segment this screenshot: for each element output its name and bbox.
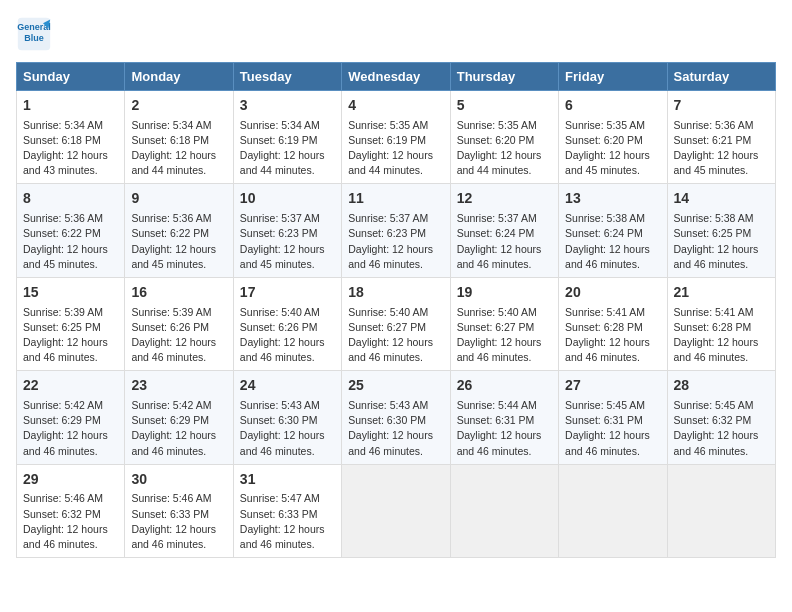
day-info: Sunrise: 5:44 AM Sunset: 6:31 PM Dayligh…: [457, 398, 552, 459]
calendar-cell: 12Sunrise: 5:37 AM Sunset: 6:24 PM Dayli…: [450, 184, 558, 277]
calendar-cell: [667, 464, 775, 557]
day-info: Sunrise: 5:35 AM Sunset: 6:20 PM Dayligh…: [457, 118, 552, 179]
header-tuesday: Tuesday: [233, 63, 341, 91]
calendar-cell: 30Sunrise: 5:46 AM Sunset: 6:33 PM Dayli…: [125, 464, 233, 557]
day-info: Sunrise: 5:45 AM Sunset: 6:31 PM Dayligh…: [565, 398, 660, 459]
day-info: Sunrise: 5:36 AM Sunset: 6:22 PM Dayligh…: [131, 211, 226, 272]
day-info: Sunrise: 5:37 AM Sunset: 6:24 PM Dayligh…: [457, 211, 552, 272]
calendar-cell: 28Sunrise: 5:45 AM Sunset: 6:32 PM Dayli…: [667, 371, 775, 464]
calendar-cell: 19Sunrise: 5:40 AM Sunset: 6:27 PM Dayli…: [450, 277, 558, 370]
week-row-5: 29Sunrise: 5:46 AM Sunset: 6:32 PM Dayli…: [17, 464, 776, 557]
day-number: 12: [457, 189, 552, 209]
day-number: 31: [240, 470, 335, 490]
day-number: 17: [240, 283, 335, 303]
day-number: 23: [131, 376, 226, 396]
day-info: Sunrise: 5:41 AM Sunset: 6:28 PM Dayligh…: [674, 305, 769, 366]
calendar-table: SundayMondayTuesdayWednesdayThursdayFrid…: [16, 62, 776, 558]
day-number: 2: [131, 96, 226, 116]
calendar-cell: 15Sunrise: 5:39 AM Sunset: 6:25 PM Dayli…: [17, 277, 125, 370]
day-number: 5: [457, 96, 552, 116]
day-info: Sunrise: 5:43 AM Sunset: 6:30 PM Dayligh…: [240, 398, 335, 459]
calendar-cell: 24Sunrise: 5:43 AM Sunset: 6:30 PM Dayli…: [233, 371, 341, 464]
calendar-cell: 14Sunrise: 5:38 AM Sunset: 6:25 PM Dayli…: [667, 184, 775, 277]
logo-icon: General Blue: [16, 16, 52, 52]
day-number: 30: [131, 470, 226, 490]
day-info: Sunrise: 5:37 AM Sunset: 6:23 PM Dayligh…: [240, 211, 335, 272]
header-sunday: Sunday: [17, 63, 125, 91]
calendar-cell: 23Sunrise: 5:42 AM Sunset: 6:29 PM Dayli…: [125, 371, 233, 464]
day-number: 21: [674, 283, 769, 303]
calendar-cell: [450, 464, 558, 557]
day-info: Sunrise: 5:40 AM Sunset: 6:26 PM Dayligh…: [240, 305, 335, 366]
header-row: SundayMondayTuesdayWednesdayThursdayFrid…: [17, 63, 776, 91]
calendar-cell: 6Sunrise: 5:35 AM Sunset: 6:20 PM Daylig…: [559, 91, 667, 184]
day-number: 10: [240, 189, 335, 209]
day-info: Sunrise: 5:40 AM Sunset: 6:27 PM Dayligh…: [457, 305, 552, 366]
week-row-3: 15Sunrise: 5:39 AM Sunset: 6:25 PM Dayli…: [17, 277, 776, 370]
day-number: 16: [131, 283, 226, 303]
day-info: Sunrise: 5:35 AM Sunset: 6:19 PM Dayligh…: [348, 118, 443, 179]
day-number: 9: [131, 189, 226, 209]
calendar-cell: 3Sunrise: 5:34 AM Sunset: 6:19 PM Daylig…: [233, 91, 341, 184]
day-info: Sunrise: 5:38 AM Sunset: 6:24 PM Dayligh…: [565, 211, 660, 272]
logo: General Blue: [16, 16, 56, 52]
calendar-cell: 17Sunrise: 5:40 AM Sunset: 6:26 PM Dayli…: [233, 277, 341, 370]
day-number: 26: [457, 376, 552, 396]
page-header: General Blue: [16, 16, 776, 52]
calendar-cell: [559, 464, 667, 557]
week-row-2: 8Sunrise: 5:36 AM Sunset: 6:22 PM Daylig…: [17, 184, 776, 277]
day-number: 1: [23, 96, 118, 116]
calendar-cell: 11Sunrise: 5:37 AM Sunset: 6:23 PM Dayli…: [342, 184, 450, 277]
day-number: 6: [565, 96, 660, 116]
day-number: 20: [565, 283, 660, 303]
week-row-1: 1Sunrise: 5:34 AM Sunset: 6:18 PM Daylig…: [17, 91, 776, 184]
day-number: 24: [240, 376, 335, 396]
day-number: 18: [348, 283, 443, 303]
day-number: 3: [240, 96, 335, 116]
header-saturday: Saturday: [667, 63, 775, 91]
day-info: Sunrise: 5:34 AM Sunset: 6:19 PM Dayligh…: [240, 118, 335, 179]
calendar-cell: 31Sunrise: 5:47 AM Sunset: 6:33 PM Dayli…: [233, 464, 341, 557]
day-info: Sunrise: 5:34 AM Sunset: 6:18 PM Dayligh…: [131, 118, 226, 179]
day-info: Sunrise: 5:46 AM Sunset: 6:33 PM Dayligh…: [131, 491, 226, 552]
day-info: Sunrise: 5:34 AM Sunset: 6:18 PM Dayligh…: [23, 118, 118, 179]
header-friday: Friday: [559, 63, 667, 91]
calendar-cell: 27Sunrise: 5:45 AM Sunset: 6:31 PM Dayli…: [559, 371, 667, 464]
day-info: Sunrise: 5:43 AM Sunset: 6:30 PM Dayligh…: [348, 398, 443, 459]
header-wednesday: Wednesday: [342, 63, 450, 91]
calendar-cell: 21Sunrise: 5:41 AM Sunset: 6:28 PM Dayli…: [667, 277, 775, 370]
day-number: 15: [23, 283, 118, 303]
calendar-header: SundayMondayTuesdayWednesdayThursdayFrid…: [17, 63, 776, 91]
day-number: 27: [565, 376, 660, 396]
calendar-cell: 1Sunrise: 5:34 AM Sunset: 6:18 PM Daylig…: [17, 91, 125, 184]
day-info: Sunrise: 5:40 AM Sunset: 6:27 PM Dayligh…: [348, 305, 443, 366]
day-info: Sunrise: 5:42 AM Sunset: 6:29 PM Dayligh…: [23, 398, 118, 459]
calendar-cell: 2Sunrise: 5:34 AM Sunset: 6:18 PM Daylig…: [125, 91, 233, 184]
day-number: 25: [348, 376, 443, 396]
calendar-cell: [342, 464, 450, 557]
calendar-cell: 8Sunrise: 5:36 AM Sunset: 6:22 PM Daylig…: [17, 184, 125, 277]
day-info: Sunrise: 5:36 AM Sunset: 6:22 PM Dayligh…: [23, 211, 118, 272]
calendar-cell: 13Sunrise: 5:38 AM Sunset: 6:24 PM Dayli…: [559, 184, 667, 277]
day-number: 22: [23, 376, 118, 396]
day-number: 13: [565, 189, 660, 209]
day-info: Sunrise: 5:46 AM Sunset: 6:32 PM Dayligh…: [23, 491, 118, 552]
header-monday: Monday: [125, 63, 233, 91]
calendar-cell: 22Sunrise: 5:42 AM Sunset: 6:29 PM Dayli…: [17, 371, 125, 464]
day-number: 19: [457, 283, 552, 303]
day-number: 29: [23, 470, 118, 490]
day-info: Sunrise: 5:39 AM Sunset: 6:26 PM Dayligh…: [131, 305, 226, 366]
day-info: Sunrise: 5:41 AM Sunset: 6:28 PM Dayligh…: [565, 305, 660, 366]
calendar-cell: 7Sunrise: 5:36 AM Sunset: 6:21 PM Daylig…: [667, 91, 775, 184]
calendar-cell: 9Sunrise: 5:36 AM Sunset: 6:22 PM Daylig…: [125, 184, 233, 277]
calendar-cell: 10Sunrise: 5:37 AM Sunset: 6:23 PM Dayli…: [233, 184, 341, 277]
day-info: Sunrise: 5:39 AM Sunset: 6:25 PM Dayligh…: [23, 305, 118, 366]
calendar-cell: 29Sunrise: 5:46 AM Sunset: 6:32 PM Dayli…: [17, 464, 125, 557]
calendar-cell: 5Sunrise: 5:35 AM Sunset: 6:20 PM Daylig…: [450, 91, 558, 184]
day-number: 7: [674, 96, 769, 116]
svg-text:Blue: Blue: [24, 33, 44, 43]
day-info: Sunrise: 5:47 AM Sunset: 6:33 PM Dayligh…: [240, 491, 335, 552]
day-number: 8: [23, 189, 118, 209]
day-info: Sunrise: 5:37 AM Sunset: 6:23 PM Dayligh…: [348, 211, 443, 272]
day-info: Sunrise: 5:42 AM Sunset: 6:29 PM Dayligh…: [131, 398, 226, 459]
